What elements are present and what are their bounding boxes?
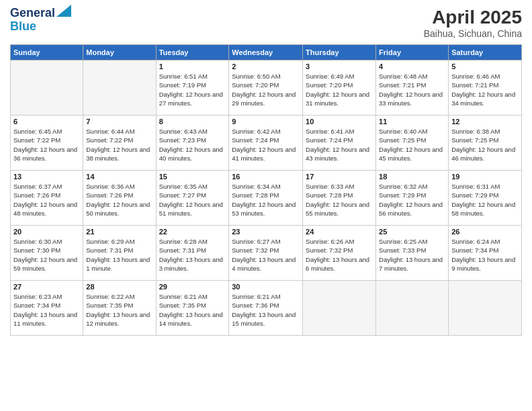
week-row-3: 13Sunrise: 6:37 AMSunset: 7:26 PMDayligh…	[11, 171, 522, 226]
day-number: 5	[451, 62, 519, 71]
calendar-cell: 24Sunrise: 6:26 AMSunset: 7:32 PMDayligh…	[303, 226, 376, 281]
calendar-cell	[449, 281, 522, 336]
calendar-cell: 6Sunrise: 6:45 AMSunset: 7:22 PMDaylight…	[11, 116, 83, 171]
day-info: Sunrise: 6:28 AMSunset: 7:31 PMDaylight:…	[159, 237, 226, 273]
day-number: 22	[159, 228, 226, 236]
calendar-cell: 11Sunrise: 6:40 AMSunset: 7:25 PMDayligh…	[376, 116, 449, 171]
day-number: 25	[379, 228, 445, 236]
day-number: 14	[86, 173, 152, 181]
col-header-saturday: Saturday	[449, 45, 522, 60]
day-info: Sunrise: 6:34 AMSunset: 7:28 PMDaylight:…	[232, 182, 300, 218]
day-number: 17	[306, 173, 373, 181]
week-row-5: 27Sunrise: 6:23 AMSunset: 7:34 PMDayligh…	[11, 281, 522, 336]
day-number: 20	[13, 228, 80, 236]
calendar-cell	[303, 281, 376, 336]
calendar-header-row: SundayMondayTuesdayWednesdayThursdayFrid…	[11, 45, 522, 60]
day-number: 26	[451, 228, 519, 236]
calendar-cell: 26Sunrise: 6:24 AMSunset: 7:34 PMDayligh…	[449, 226, 522, 281]
day-info: Sunrise: 6:48 AMSunset: 7:21 PMDaylight:…	[379, 72, 445, 107]
calendar-cell	[376, 281, 449, 336]
day-number: 6	[13, 118, 80, 126]
day-info: Sunrise: 6:30 AMSunset: 7:30 PMDaylight:…	[13, 237, 80, 273]
day-number: 8	[159, 118, 226, 126]
day-info: Sunrise: 6:27 AMSunset: 7:32 PMDaylight:…	[232, 237, 300, 273]
calendar-cell: 27Sunrise: 6:23 AMSunset: 7:34 PMDayligh…	[11, 281, 83, 336]
day-info: Sunrise: 6:49 AMSunset: 7:20 PMDaylight:…	[306, 72, 373, 107]
calendar-cell: 12Sunrise: 6:38 AMSunset: 7:25 PMDayligh…	[449, 116, 522, 171]
col-header-thursday: Thursday	[303, 45, 376, 60]
day-number: 24	[306, 228, 373, 236]
day-info: Sunrise: 6:51 AMSunset: 7:19 PMDaylight:…	[159, 72, 226, 107]
day-number: 4	[379, 62, 445, 71]
calendar-cell: 7Sunrise: 6:44 AMSunset: 7:22 PMDaylight…	[83, 116, 156, 171]
calendar-cell: 28Sunrise: 6:22 AMSunset: 7:35 PMDayligh…	[83, 281, 156, 336]
day-info: Sunrise: 6:38 AMSunset: 7:25 PMDaylight:…	[451, 127, 519, 163]
day-info: Sunrise: 6:23 AMSunset: 7:34 PMDaylight:…	[13, 292, 80, 328]
logo: General Blue	[10, 7, 71, 34]
day-number: 16	[232, 173, 300, 181]
calendar-cell: 16Sunrise: 6:34 AMSunset: 7:28 PMDayligh…	[229, 171, 303, 226]
calendar-cell: 17Sunrise: 6:33 AMSunset: 7:28 PMDayligh…	[303, 171, 376, 226]
day-number: 18	[379, 173, 445, 181]
day-info: Sunrise: 6:22 AMSunset: 7:35 PMDaylight:…	[86, 292, 152, 328]
calendar-cell: 3Sunrise: 6:49 AMSunset: 7:20 PMDaylight…	[303, 60, 376, 116]
calendar-cell: 1Sunrise: 6:51 AMSunset: 7:19 PMDaylight…	[156, 60, 229, 116]
day-info: Sunrise: 6:25 AMSunset: 7:33 PMDaylight:…	[379, 237, 445, 273]
day-number: 23	[232, 228, 300, 236]
calendar-cell: 19Sunrise: 6:31 AMSunset: 7:29 PMDayligh…	[449, 171, 522, 226]
day-number: 11	[379, 118, 445, 126]
day-info: Sunrise: 6:37 AMSunset: 7:26 PMDaylight:…	[13, 182, 80, 218]
svg-marker-0	[56, 5, 71, 17]
page: General Blue April 2025 Baihua, Sichuan,…	[0, 0, 532, 411]
day-number: 13	[13, 173, 80, 181]
main-title: April 2025	[424, 7, 522, 28]
day-info: Sunrise: 6:33 AMSunset: 7:28 PMDaylight:…	[306, 182, 373, 218]
day-info: Sunrise: 6:32 AMSunset: 7:29 PMDaylight:…	[379, 182, 445, 218]
logo-blue: Blue	[10, 20, 71, 34]
day-info: Sunrise: 6:44 AMSunset: 7:22 PMDaylight:…	[86, 127, 152, 163]
calendar-cell: 14Sunrise: 6:36 AMSunset: 7:26 PMDayligh…	[83, 171, 156, 226]
day-info: Sunrise: 6:50 AMSunset: 7:20 PMDaylight:…	[232, 72, 300, 107]
col-header-wednesday: Wednesday	[229, 45, 303, 60]
day-info: Sunrise: 6:24 AMSunset: 7:34 PMDaylight:…	[451, 237, 519, 273]
calendar-cell	[83, 60, 156, 116]
calendar-cell: 29Sunrise: 6:21 AMSunset: 7:35 PMDayligh…	[156, 281, 229, 336]
week-row-4: 20Sunrise: 6:30 AMSunset: 7:30 PMDayligh…	[11, 226, 522, 281]
day-number: 3	[306, 62, 373, 71]
calendar-cell: 5Sunrise: 6:46 AMSunset: 7:21 PMDaylight…	[449, 60, 522, 116]
day-number: 19	[451, 173, 519, 181]
day-info: Sunrise: 6:29 AMSunset: 7:31 PMDaylight:…	[86, 237, 152, 273]
calendar-cell	[11, 60, 83, 116]
title-block: April 2025 Baihua, Sichuan, China	[424, 7, 522, 39]
day-number: 7	[86, 118, 152, 126]
logo-icon	[56, 5, 71, 17]
calendar-cell: 23Sunrise: 6:27 AMSunset: 7:32 PMDayligh…	[229, 226, 303, 281]
day-number: 1	[159, 62, 226, 71]
calendar-cell: 13Sunrise: 6:37 AMSunset: 7:26 PMDayligh…	[11, 171, 83, 226]
day-info: Sunrise: 6:31 AMSunset: 7:29 PMDaylight:…	[451, 182, 519, 218]
day-number: 30	[232, 283, 300, 291]
subtitle: Baihua, Sichuan, China	[424, 28, 522, 39]
day-number: 21	[86, 228, 152, 236]
col-header-friday: Friday	[376, 45, 449, 60]
day-info: Sunrise: 6:41 AMSunset: 7:24 PMDaylight:…	[306, 127, 373, 163]
day-info: Sunrise: 6:43 AMSunset: 7:23 PMDaylight:…	[159, 127, 226, 163]
calendar-cell: 20Sunrise: 6:30 AMSunset: 7:30 PMDayligh…	[11, 226, 83, 281]
day-info: Sunrise: 6:21 AMSunset: 7:36 PMDaylight:…	[232, 292, 300, 328]
day-number: 28	[86, 283, 152, 291]
week-row-2: 6Sunrise: 6:45 AMSunset: 7:22 PMDaylight…	[11, 116, 522, 171]
day-info: Sunrise: 6:21 AMSunset: 7:35 PMDaylight:…	[159, 292, 226, 328]
calendar-cell: 9Sunrise: 6:42 AMSunset: 7:24 PMDaylight…	[229, 116, 303, 171]
day-number: 12	[451, 118, 519, 126]
calendar-cell: 30Sunrise: 6:21 AMSunset: 7:36 PMDayligh…	[229, 281, 303, 336]
day-number: 15	[159, 173, 226, 181]
calendar-cell: 25Sunrise: 6:25 AMSunset: 7:33 PMDayligh…	[376, 226, 449, 281]
day-number: 27	[13, 283, 80, 291]
day-number: 10	[306, 118, 373, 126]
day-info: Sunrise: 6:36 AMSunset: 7:26 PMDaylight:…	[86, 182, 152, 218]
day-number: 9	[232, 118, 300, 126]
day-info: Sunrise: 6:26 AMSunset: 7:32 PMDaylight:…	[306, 237, 373, 273]
col-header-sunday: Sunday	[11, 45, 83, 60]
calendar-cell: 8Sunrise: 6:43 AMSunset: 7:23 PMDaylight…	[156, 116, 229, 171]
col-header-tuesday: Tuesday	[156, 45, 229, 60]
